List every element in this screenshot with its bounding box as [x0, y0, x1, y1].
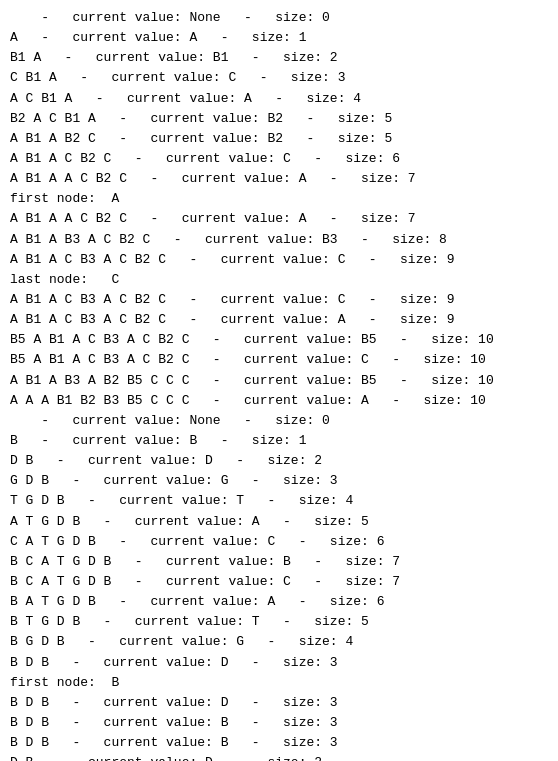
log-line: first node: A — [10, 189, 548, 209]
log-line: B5 A B1 A C B3 A C B2 C - current value:… — [10, 330, 548, 350]
log-line: D B - current value: D - size: 2 — [10, 753, 548, 761]
log-line: A B1 A A C B2 C - current value: A - siz… — [10, 209, 548, 229]
log-line: A B1 A B2 C - current value: B2 - size: … — [10, 129, 548, 149]
log-line: A C B1 A - current value: A - size: 4 — [10, 89, 548, 109]
log-line: C B1 A - current value: C - size: 3 — [10, 68, 548, 88]
log-line: D B - current value: D - size: 2 — [10, 451, 548, 471]
log-line: B D B - current value: D - size: 3 — [10, 653, 548, 673]
log-line: last node: C — [10, 270, 548, 290]
log-line: B T G D B - current value: T - size: 5 — [10, 612, 548, 632]
log-line: B - current value: B - size: 1 — [10, 431, 548, 451]
log-line: B D B - current value: B - size: 3 — [10, 733, 548, 753]
log-line: B C A T G D B - current value: B - size:… — [10, 552, 548, 572]
log-line: A - current value: A - size: 1 — [10, 28, 548, 48]
log-line: - current value: None - size: 0 — [10, 411, 548, 431]
log-line: A B1 A A C B2 C - current value: A - siz… — [10, 169, 548, 189]
log-line: B5 A B1 A C B3 A C B2 C - current value:… — [10, 350, 548, 370]
log-line: A A A B1 B2 B3 B5 C C C - current value:… — [10, 391, 548, 411]
log-line: A B1 A C B2 C - current value: C - size:… — [10, 149, 548, 169]
log-line: A B1 A B3 A C B2 C - current value: B3 -… — [10, 230, 548, 250]
log-line: A T G D B - current value: A - size: 5 — [10, 512, 548, 532]
log-line: B C A T G D B - current value: C - size:… — [10, 572, 548, 592]
log-line: B G D B - current value: G - size: 4 — [10, 632, 548, 652]
log-line: A B1 A C B3 A C B2 C - current value: A … — [10, 310, 548, 330]
log-line: B1 A - current value: B1 - size: 2 — [10, 48, 548, 68]
log-line: A B1 A B3 A B2 B5 C C C - current value:… — [10, 371, 548, 391]
log-output: - current value: None - size: 0A - curre… — [10, 8, 548, 761]
log-line: A B1 A C B3 A C B2 C - current value: C … — [10, 250, 548, 270]
log-line: B2 A C B1 A - current value: B2 - size: … — [10, 109, 548, 129]
log-line: G D B - current value: G - size: 3 — [10, 471, 548, 491]
log-line: - current value: None - size: 0 — [10, 8, 548, 28]
log-line: B A T G D B - current value: A - size: 6 — [10, 592, 548, 612]
log-line: T G D B - current value: T - size: 4 — [10, 491, 548, 511]
log-line: A B1 A C B3 A C B2 C - current value: C … — [10, 290, 548, 310]
log-line: first node: B — [10, 673, 548, 693]
log-line: B D B - current value: B - size: 3 — [10, 713, 548, 733]
log-line: C A T G D B - current value: C - size: 6 — [10, 532, 548, 552]
log-line: B D B - current value: D - size: 3 — [10, 693, 548, 713]
